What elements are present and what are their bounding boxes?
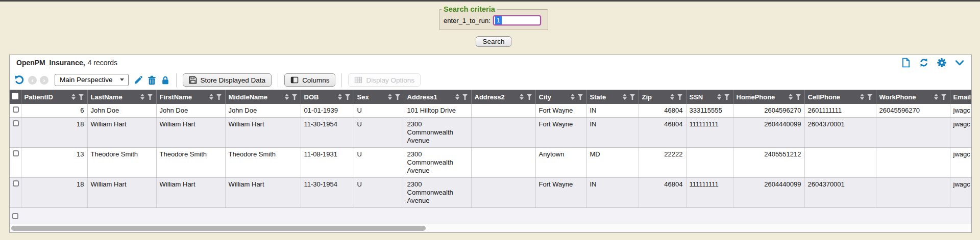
filter-icon[interactable] — [395, 94, 401, 100]
sort-icon[interactable] — [789, 94, 793, 100]
row-checkbox[interactable] — [13, 150, 19, 156]
column-header-email[interactable]: Email — [950, 90, 971, 104]
column-header-cellphone[interactable]: CellPhone — [804, 90, 876, 104]
column-header-dob[interactable]: DOB — [301, 90, 354, 104]
column-label: LastName — [91, 93, 137, 101]
filter-icon[interactable] — [796, 94, 801, 100]
cell-homephone: 2604440099 — [733, 178, 804, 208]
row-select-cell — [10, 148, 21, 178]
delete-trash-icon[interactable] — [147, 75, 157, 85]
sort-icon[interactable] — [71, 94, 76, 100]
new-document-icon[interactable] — [901, 58, 911, 68]
sort-icon[interactable] — [209, 94, 213, 100]
filter-icon[interactable] — [216, 94, 222, 100]
undo-icon[interactable] — [14, 74, 25, 86]
filter-icon[interactable] — [578, 94, 583, 100]
record-count: 4 records — [88, 59, 117, 67]
sort-icon[interactable] — [388, 94, 392, 100]
sort-icon[interactable] — [285, 94, 289, 100]
column-header-ssn[interactable]: SSN — [686, 90, 733, 104]
columns-button[interactable]: Columns — [284, 73, 335, 87]
column-header-firstname[interactable]: FirstName — [156, 90, 225, 104]
filter-icon[interactable] — [79, 94, 84, 100]
search-criteria-fieldset: Search criteria enter_1_to_run: 1 — [439, 5, 548, 30]
filter-icon[interactable] — [345, 94, 351, 100]
sort-icon[interactable] — [860, 94, 864, 100]
search-button[interactable]: Search — [476, 36, 512, 47]
store-displayed-data-button[interactable]: Store Displayed Data — [183, 73, 272, 87]
column-header-city[interactable]: City — [535, 90, 586, 104]
sort-icon[interactable] — [717, 94, 721, 100]
filter-icon[interactable] — [148, 94, 153, 100]
toolbar-divider — [278, 73, 278, 87]
enter-1-to-run-input[interactable]: 1 — [493, 15, 541, 25]
column-header-patientid[interactable]: PatientID — [21, 90, 87, 104]
cell-middlename: John Doe — [225, 104, 301, 118]
sort-icon[interactable] — [140, 94, 144, 100]
column-label: PatientID — [24, 93, 68, 101]
filter-icon[interactable] — [724, 94, 730, 100]
cell-sex: U — [354, 118, 404, 148]
sort-icon[interactable] — [520, 94, 524, 100]
filter-icon[interactable] — [867, 94, 873, 100]
cell-email: jwagc — [950, 148, 971, 178]
filter-icon[interactable] — [462, 94, 468, 100]
refresh-icon[interactable] — [919, 58, 929, 68]
display-options-grid-icon — [354, 76, 362, 84]
cell-city: Fort Wayne — [535, 104, 586, 118]
search-criteria-legend: Search criteria — [442, 5, 497, 13]
horizontal-scrollbar[interactable] — [10, 224, 971, 232]
new-row-checkbox[interactable] — [12, 213, 18, 219]
sort-icon[interactable] — [455, 94, 459, 100]
column-header-address1[interactable]: Address1 — [404, 90, 471, 104]
column-label: City — [539, 93, 568, 101]
select-all-checkbox[interactable] — [12, 93, 18, 99]
column-header-homephone[interactable]: HomePhone — [733, 90, 804, 104]
edit-pencil-icon[interactable] — [133, 75, 143, 85]
column-header-lastname[interactable]: LastName — [87, 90, 156, 104]
sort-icon[interactable] — [623, 94, 627, 100]
cell-middlename: William Hart — [225, 118, 301, 148]
scrollbar-thumb[interactable] — [11, 226, 426, 231]
row-select-cell — [10, 118, 21, 148]
cell-city: Anytown — [535, 148, 586, 178]
lock-icon[interactable] — [161, 75, 170, 85]
cell-workphone — [876, 118, 950, 148]
filter-icon[interactable] — [677, 94, 683, 100]
collapse-chevron-icon[interactable] — [954, 58, 965, 68]
nav-forward-icon[interactable]: › — [40, 76, 48, 85]
column-label: Zip — [642, 93, 667, 101]
sort-icon[interactable] — [670, 94, 674, 100]
cell-state: IN — [586, 118, 639, 148]
cell-address1: 101 Hilltop Drive — [404, 104, 471, 118]
column-label: Email — [953, 93, 972, 101]
filter-icon[interactable] — [527, 94, 532, 100]
filter-icon[interactable] — [941, 94, 947, 100]
window-top-edge — [0, 0, 980, 2]
table-row: 13Theodore SmithTheodore SmithTheodore S… — [10, 148, 971, 178]
row-checkbox[interactable] — [13, 106, 19, 113]
cell-dob: 01-01-1939 — [301, 104, 354, 118]
row-checkbox[interactable] — [13, 180, 19, 186]
sort-icon[interactable] — [338, 94, 342, 100]
column-header-state[interactable]: State — [586, 90, 639, 104]
gear-icon[interactable] — [937, 58, 947, 68]
filter-icon[interactable] — [630, 94, 635, 100]
column-label: WorkPhone — [879, 93, 931, 101]
sort-icon[interactable] — [571, 94, 575, 100]
row-checkbox[interactable] — [13, 120, 19, 126]
column-header-zip[interactable]: Zip — [639, 90, 686, 104]
perspective-select[interactable]: Main Perspective — [55, 74, 129, 86]
display-options-label: Display Options — [366, 76, 414, 84]
filter-icon[interactable] — [292, 94, 298, 100]
sort-icon[interactable] — [934, 94, 938, 100]
column-label: MiddleName — [229, 93, 282, 101]
column-header-sex[interactable]: Sex — [354, 90, 404, 104]
nav-back-icon[interactable]: ‹ — [28, 76, 37, 85]
row-select-cell — [10, 178, 21, 208]
cell-lastname: William Hart — [87, 118, 156, 148]
column-header-middlename[interactable]: MiddleName — [225, 90, 301, 104]
select-all-header[interactable] — [10, 90, 21, 104]
column-header-address2[interactable]: Address2 — [471, 90, 535, 104]
column-header-workphone[interactable]: WorkPhone — [876, 90, 950, 104]
